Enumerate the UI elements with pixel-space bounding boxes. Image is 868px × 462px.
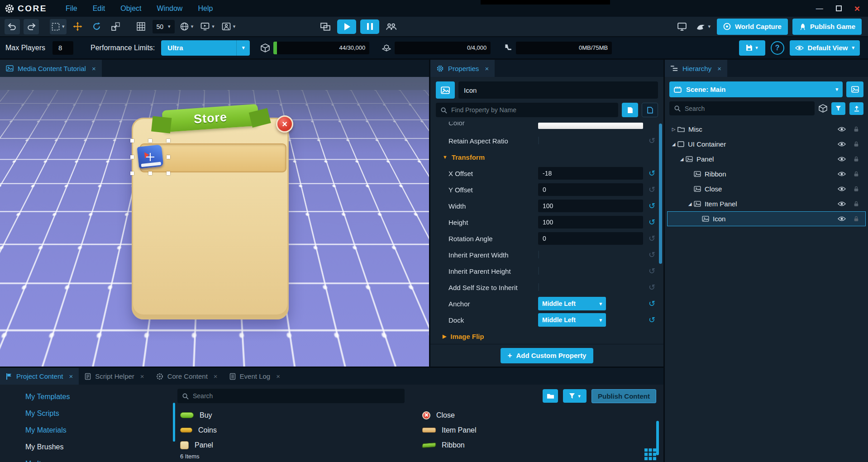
node-misc[interactable]: ▷ Misc xyxy=(667,122,866,137)
rotate-tool-button[interactable] xyxy=(89,19,105,34)
hierarchy-search[interactable] xyxy=(669,101,815,115)
sidebar-item-my-brushes[interactable]: My Brushes xyxy=(0,438,173,455)
x-offset-input[interactable] xyxy=(538,167,643,180)
store-ui-panel[interactable]: Store × xyxy=(132,118,289,319)
reset-icon[interactable]: ↺ xyxy=(649,136,655,146)
sidebar-scrollbar[interactable] xyxy=(173,403,175,442)
frame-object-icon[interactable] xyxy=(819,104,827,113)
select-tool-dropdown[interactable]: ▾ xyxy=(50,19,67,34)
visibility-eye-icon[interactable] xyxy=(838,156,846,162)
selection-handle[interactable] xyxy=(130,139,134,143)
selection-handle[interactable] xyxy=(148,139,152,143)
lock-icon[interactable] xyxy=(854,215,859,222)
selection-handle[interactable] xyxy=(167,155,170,159)
find-property-input[interactable] xyxy=(451,106,614,114)
world-settings-dropdown[interactable]: ▾ xyxy=(178,19,196,34)
filter-dropdown-button[interactable]: ▾ xyxy=(563,389,587,403)
publish-game-button[interactable]: Publish Game xyxy=(792,19,862,35)
dock-dropdown[interactable]: Middle Left ▾ xyxy=(538,313,606,327)
inherit-parent-width-checkbox[interactable] xyxy=(538,250,539,259)
lock-icon[interactable] xyxy=(854,171,859,177)
content-scrollbar[interactable] xyxy=(656,421,659,455)
visibility-eye-icon[interactable] xyxy=(838,141,846,147)
multiplayer-preview-button[interactable] xyxy=(383,19,399,34)
menu-window[interactable]: Window xyxy=(149,0,191,17)
reset-icon[interactable]: ↺ xyxy=(649,233,655,243)
tab-properties[interactable]: Properties × xyxy=(430,60,495,77)
object-name-field[interactable] xyxy=(458,81,658,99)
screen-mode-dropdown[interactable]: ▾ xyxy=(199,19,216,34)
reset-icon[interactable]: ↺ xyxy=(649,185,655,195)
tab-close-icon[interactable]: × xyxy=(69,372,73,380)
selection-handle[interactable] xyxy=(148,171,152,175)
asset-panel[interactable]: Panel xyxy=(177,438,420,452)
lock-icon[interactable] xyxy=(854,200,859,207)
visibility-eye-icon[interactable] xyxy=(838,126,846,132)
redo-button[interactable] xyxy=(24,19,39,34)
reset-icon[interactable]: ↺ xyxy=(649,168,655,178)
tab-event-log[interactable]: Event Log × xyxy=(224,368,286,385)
sidebar-item-my-scripts[interactable]: My Scripts xyxy=(0,405,173,422)
tab-hierarchy[interactable]: Hierarchy × xyxy=(665,60,727,77)
lock-icon[interactable] xyxy=(854,186,859,192)
minimize-icon[interactable]: — xyxy=(816,6,823,11)
tab-close-icon[interactable]: × xyxy=(92,65,96,72)
find-property-search[interactable] xyxy=(436,103,618,117)
asset-ribbon[interactable]: Ribbon xyxy=(420,438,662,452)
store-close-button[interactable]: × xyxy=(276,115,293,133)
node-item-panel[interactable]: ◢ Item Panel xyxy=(667,196,866,211)
expander-expanded-icon[interactable]: ◢ xyxy=(678,157,686,162)
world-capture-button[interactable]: World Capture xyxy=(717,19,788,35)
menu-edit[interactable]: Edit xyxy=(85,0,113,17)
menu-object[interactable]: Object xyxy=(113,0,149,17)
reset-icon[interactable]: ↺ xyxy=(649,266,655,276)
sidebar-item-my-items[interactable]: My Items xyxy=(0,455,173,462)
lock-icon[interactable] xyxy=(854,126,859,133)
selection-handle[interactable] xyxy=(167,139,170,143)
reset-icon[interactable]: ↺ xyxy=(649,299,655,309)
stream-monitor-button[interactable] xyxy=(674,19,690,34)
reset-icon[interactable]: ↺ xyxy=(649,201,655,211)
node-panel[interactable]: ◢ Panel xyxy=(667,152,866,167)
visibility-eye-icon[interactable] xyxy=(838,186,846,192)
anchor-dropdown[interactable]: Middle Left ▾ xyxy=(538,297,606,310)
paste-properties-button[interactable] xyxy=(642,103,658,117)
help-icon[interactable]: ? xyxy=(771,41,784,55)
reset-icon[interactable]: ↺ xyxy=(649,282,655,292)
asset-buy[interactable]: Buy xyxy=(177,408,420,423)
inherit-parent-height-checkbox[interactable] xyxy=(538,267,539,275)
asset-close[interactable]: Close xyxy=(420,408,662,423)
tab-core-content[interactable]: Core Content × xyxy=(150,368,224,385)
tab-script-helper[interactable]: Script Helper × xyxy=(79,368,150,385)
tab-media-content-tutorial[interactable]: Media Content Tutorial × xyxy=(0,60,102,77)
maximize-icon[interactable] xyxy=(836,5,842,11)
grid-snap-button[interactable] xyxy=(134,19,149,34)
max-players-value[interactable]: 8 xyxy=(52,41,73,55)
selection-handle[interactable] xyxy=(167,171,170,175)
performance-limits-dropdown[interactable]: Ultra ▾ xyxy=(161,40,250,56)
tab-close-icon[interactable]: × xyxy=(214,372,218,380)
object-type-image-button[interactable] xyxy=(436,81,455,99)
visibility-eye-icon[interactable] xyxy=(838,201,846,207)
tab-close-icon[interactable]: × xyxy=(276,372,280,380)
scene-3d-view[interactable]: Store × xyxy=(0,77,429,367)
lock-icon[interactable] xyxy=(854,156,859,162)
lock-icon[interactable] xyxy=(854,141,859,148)
visibility-eye-icon[interactable] xyxy=(838,171,846,177)
retain-aspect-ratio-checkbox[interactable] xyxy=(538,136,539,145)
scene-capture-button[interactable] xyxy=(846,81,863,97)
section-transform[interactable]: ▼ Transform xyxy=(430,149,663,165)
node-ribbon[interactable]: Ribbon xyxy=(667,167,866,181)
content-search-input[interactable] xyxy=(193,392,400,400)
play-button[interactable] xyxy=(337,19,356,34)
visibility-eye-icon[interactable] xyxy=(838,216,846,222)
node-close[interactable]: Close xyxy=(667,181,866,196)
selected-icon-gizmo[interactable] xyxy=(130,139,170,175)
properties-list[interactable]: Color Retain Aspect Ratio ↺ ▼ Transform xyxy=(430,121,663,344)
node-ui-container[interactable]: ◢ UI Container xyxy=(667,137,866,152)
hierarchy-search-input[interactable] xyxy=(685,105,810,112)
copy-properties-button[interactable] xyxy=(622,103,638,117)
rotation-angle-input[interactable] xyxy=(538,232,643,245)
selection-handle[interactable] xyxy=(130,171,134,175)
menu-file[interactable]: File xyxy=(58,0,85,17)
